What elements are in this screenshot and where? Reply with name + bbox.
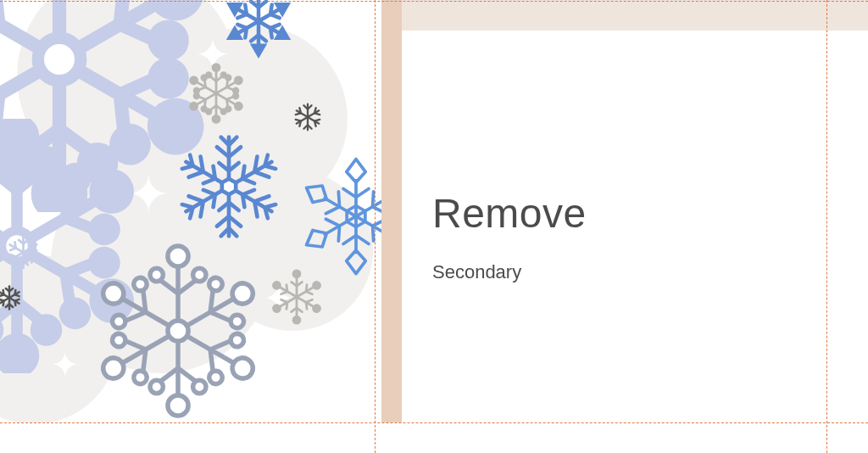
guide-bottom [0, 422, 868, 423]
svg-point-46 [168, 246, 188, 266]
snowflake-dark-tiny-icon [288, 98, 327, 137]
svg-line-37 [343, 189, 356, 198]
slide-subtitle[interactable]: Secondary [432, 261, 521, 283]
snowflake-steel-outline-icon [85, 238, 271, 422]
svg-point-51 [293, 271, 300, 277]
snowflake-lavender-tiny-icon [0, 229, 47, 276]
snowflake-dark-bottom-icon [0, 280, 27, 316]
svg-point-47 [150, 268, 163, 281]
snowflake-grey-lower-icon [263, 263, 331, 331]
illustration-snowflakes: ✦ ✦ ✦ ✦ [0, 0, 381, 422]
svg-marker-34 [222, 179, 236, 195]
snowflake-blue-fern-icon [170, 127, 288, 246]
svg-point-6 [38, 38, 81, 81]
svg-point-48 [193, 268, 206, 281]
svg-point-12 [36, 152, 57, 172]
svg-point-10 [1, 120, 34, 154]
content-area: Remove Secondary [432, 0, 868, 422]
svg-line-38 [356, 189, 369, 198]
snowflake-blue-small-icon [220, 0, 297, 59]
slide-title[interactable]: Remove [432, 190, 587, 237]
snowflake-crystal-icon [292, 153, 381, 280]
snowflake-grey-small-icon [182, 59, 250, 127]
svg-point-19 [213, 64, 220, 71]
svg-point-49 [168, 321, 188, 341]
separator-bar [381, 0, 402, 422]
slide: ✦ ✦ ✦ ✦ [0, 0, 868, 453]
